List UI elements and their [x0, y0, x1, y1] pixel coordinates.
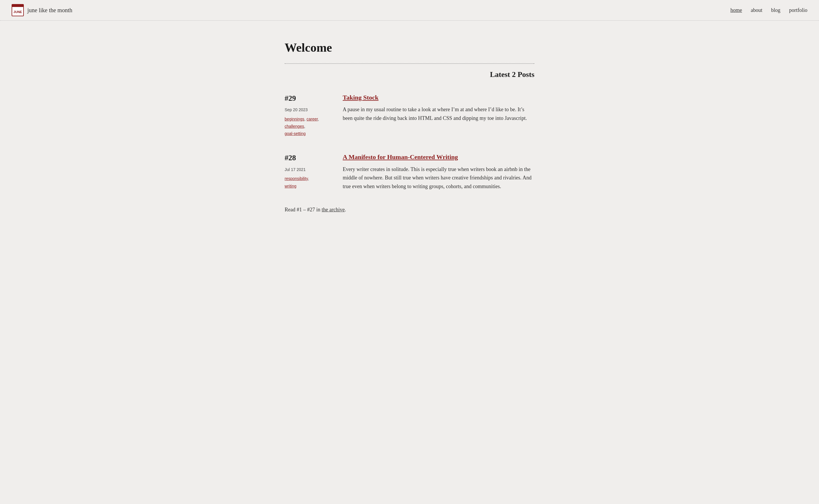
site-title: june like the month [27, 6, 72, 15]
archive-note-prefix: Read #1 – #27 in [285, 207, 322, 213]
tag-writing[interactable]: writing [285, 184, 296, 188]
post-meta-28: #28 Jul 17 2021 responsibility, writing [285, 152, 331, 191]
nav-blog[interactable]: blog [771, 6, 780, 15]
archive-note-suffix: . [345, 207, 346, 213]
latest-posts-heading: Latest 2 Posts [285, 69, 534, 81]
post-tags-28: responsibility, writing [285, 175, 331, 190]
tag-challenges[interactable]: challenges [285, 124, 304, 129]
page-title: Welcome [285, 38, 534, 57]
post-excerpt-29: A pause in my usual routine to take a lo… [343, 105, 534, 123]
post-number-29: #29 [285, 92, 331, 105]
post-entry-28: #28 Jul 17 2021 responsibility, writing … [285, 152, 534, 191]
archive-note: Read #1 – #27 in the archive. [285, 206, 534, 214]
post-content-28: A Manifesto for Human-Centered Writing E… [343, 152, 534, 191]
archive-link[interactable]: the archive [322, 207, 345, 213]
post-entry-29: #29 Sep 20 2023 beginnings, career, chal… [285, 92, 534, 138]
post-tags-29: beginnings, career, challenges, goal-set… [285, 116, 331, 138]
post-title-link-29[interactable]: Taking Stock [343, 92, 534, 102]
tag-goal-setting[interactable]: goal-setting [285, 131, 305, 136]
site-header: JUNE june like the month home about blog… [0, 0, 819, 21]
main-content: Welcome Latest 2 Posts #29 Sep 20 2023 b… [279, 21, 540, 237]
main-nav: home about blog portfolio [730, 6, 807, 15]
nav-home[interactable]: home [730, 6, 742, 15]
post-content-29: Taking Stock A pause in my usual routine… [343, 92, 534, 138]
tag-beginnings[interactable]: beginnings [285, 117, 304, 121]
nav-portfolio[interactable]: portfolio [789, 6, 807, 15]
post-excerpt-28: Every writer creates in solitude. This i… [343, 165, 534, 191]
header-left: JUNE june like the month [12, 4, 72, 16]
post-title-link-28[interactable]: A Manifesto for Human-Centered Writing [343, 152, 534, 162]
logo-icon: JUNE [12, 4, 24, 16]
nav-about[interactable]: about [751, 6, 762, 15]
logo-icon-text: JUNE [13, 10, 22, 14]
tag-career[interactable]: career [307, 117, 318, 121]
post-date-29: Sep 20 2023 [285, 107, 331, 113]
post-meta-29: #29 Sep 20 2023 beginnings, career, chal… [285, 92, 331, 138]
post-date-28: Jul 17 2021 [285, 166, 331, 173]
post-number-28: #28 [285, 152, 331, 164]
tag-responsibility[interactable]: responsibility [285, 176, 308, 181]
section-divider [285, 63, 534, 64]
